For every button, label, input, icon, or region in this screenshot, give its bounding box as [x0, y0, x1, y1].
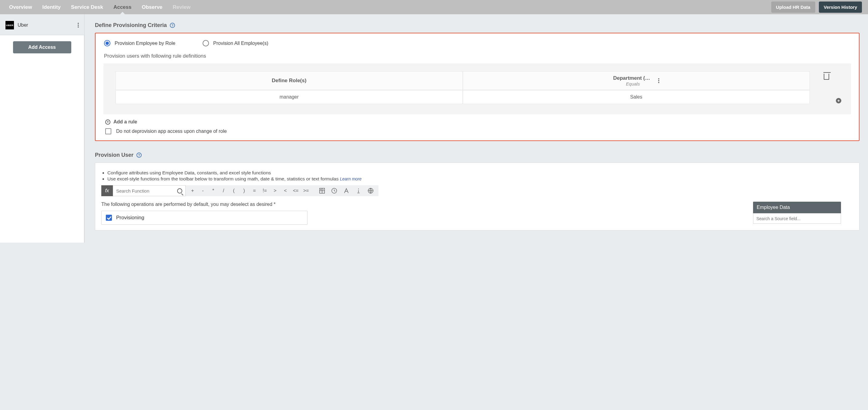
info-icon[interactable]	[352, 185, 365, 196]
op-times[interactable]: *	[208, 185, 218, 196]
no-deprovision-label: Do not deprovision app access upon chang…	[116, 129, 227, 134]
provision-user-heading: Provision User ?	[95, 152, 860, 158]
op-lparen[interactable]: (	[229, 185, 239, 196]
employee-data-search-input[interactable]	[756, 216, 838, 221]
function-toolbar: fx + - * / ( ) = != >	[101, 185, 853, 196]
tab-review[interactable]: Review	[170, 1, 194, 14]
add-column-icon[interactable]: +	[836, 98, 841, 103]
tab-access[interactable]: Access	[111, 1, 135, 14]
rule-table: Define Role(s) manager Department (de… E…	[116, 71, 810, 104]
rule-intro-text: Provision users with following rule defi…	[104, 53, 853, 59]
criteria-help-icon[interactable]: ?	[170, 23, 175, 28]
no-deprovision-row: Do not deprovision app access upon chang…	[105, 128, 851, 134]
tab-identity[interactable]: Identity	[39, 1, 64, 14]
fx-badge: fx	[101, 185, 113, 196]
employee-data-panel: Employee Data	[753, 202, 841, 224]
op-gt[interactable]: >	[270, 185, 280, 196]
bullet-2: Use excel-style functions from the toolb…	[107, 176, 853, 182]
bullet-2-text: Use excel-style functions from the toolb…	[107, 176, 338, 181]
department-value-cell[interactable]: Sales	[463, 90, 810, 104]
top-nav-bar: Overview Identity Service Desk Access Ob…	[0, 0, 868, 14]
radio-all-employees-label: Provision All Employee(s)	[213, 41, 268, 46]
op-neq[interactable]: !=	[259, 185, 270, 196]
radio-by-role[interactable]: Provision Employee by Role	[104, 40, 175, 46]
op-gte[interactable]: >=	[301, 185, 311, 196]
search-icon[interactable]	[177, 188, 182, 193]
org-logo: UBER	[5, 21, 14, 29]
criteria-heading: Define Provisioning Criteria ?	[95, 22, 860, 29]
department-column-menu-icon[interactable]	[658, 78, 659, 83]
svg-point-11	[358, 189, 359, 189]
calc-icon[interactable]	[316, 185, 328, 196]
criteria-panel: Provision Employee by Role Provision All…	[95, 33, 860, 141]
no-deprovision-checkbox[interactable]	[105, 128, 111, 134]
tab-observe[interactable]: Observe	[139, 1, 165, 14]
tab-service-desk[interactable]: Service Desk	[68, 1, 106, 14]
rule-col-roles: Define Role(s) manager	[116, 71, 463, 104]
org-more-icon[interactable]	[78, 23, 79, 28]
employee-data-search[interactable]	[753, 213, 841, 224]
upload-hr-data-button[interactable]: Upload HR Data	[771, 2, 815, 13]
provisioning-row: Provisioning	[106, 215, 303, 221]
radio-all-employees[interactable]: Provision All Employee(s)	[203, 40, 268, 46]
tab-list: Overview Identity Service Desk Access Ob…	[6, 1, 193, 14]
main-content: Define Provisioning Criteria ? Provision…	[84, 14, 868, 243]
add-rule-plus-icon: +	[105, 120, 111, 125]
add-rule-button[interactable]: + Add a rule	[105, 119, 851, 125]
provision-user-heading-text: Provision User	[95, 152, 133, 158]
provision-user-panel: Configure attributes using Employee Data…	[95, 162, 860, 230]
tab-overview[interactable]: Overview	[6, 1, 35, 14]
radio-by-role-label: Provision Employee by Role	[115, 41, 175, 46]
function-search-input[interactable]	[116, 188, 177, 193]
op-lte[interactable]: <=	[290, 185, 301, 196]
add-access-button[interactable]: Add Access	[13, 41, 71, 53]
text-icon[interactable]	[340, 185, 352, 196]
op-divide[interactable]: /	[218, 185, 229, 196]
op-eq[interactable]: =	[249, 185, 259, 196]
sidebar-body: Add Access	[0, 35, 84, 243]
provision-mode-radios: Provision Employee by Role Provision All…	[104, 40, 853, 46]
provisioning-label: Provisioning	[116, 215, 144, 221]
top-buttons: Upload HR Data Version History	[771, 2, 862, 13]
radio-all-employees-icon	[203, 40, 209, 46]
define-roles-header-text: Define Role(s)	[272, 77, 306, 84]
rule-box: Define Role(s) manager Department (de… E…	[103, 63, 851, 114]
org-block: UBER Uber	[0, 21, 84, 35]
criteria-heading-text: Define Provisioning Criteria	[95, 22, 167, 29]
globe-icon[interactable]	[365, 185, 377, 196]
provision-user-help-icon[interactable]: ?	[136, 153, 142, 158]
department-header: Department (de… Equals	[463, 71, 810, 90]
sidebar: UBER Uber Add Access	[0, 14, 84, 243]
clock-icon[interactable]	[328, 185, 340, 196]
department-header-subtitle: Equals	[626, 81, 640, 87]
op-plus[interactable]: +	[187, 185, 198, 196]
svg-line-8	[334, 191, 335, 191]
operator-bar: + - * / ( ) = != > < <= >=	[186, 185, 378, 196]
op-lt[interactable]: <	[280, 185, 290, 196]
radio-by-role-icon	[104, 40, 111, 46]
role-value-cell[interactable]: manager	[116, 90, 463, 104]
learn-more-link[interactable]: Learn more	[340, 177, 362, 181]
version-history-button[interactable]: Version History	[819, 2, 862, 13]
employee-data-header: Employee Data	[753, 202, 841, 213]
op-minus[interactable]: -	[198, 185, 208, 196]
rule-side-controls: +	[810, 71, 843, 104]
bullet-1: Configure attributes using Employee Data…	[107, 170, 853, 176]
op-rparen[interactable]: )	[239, 185, 249, 196]
org-name: Uber	[18, 23, 74, 28]
rule-col-department: Department (de… Equals Sales	[463, 71, 810, 104]
delete-rule-icon[interactable]	[824, 74, 829, 80]
provisioning-panel: Provisioning	[101, 211, 308, 225]
add-rule-label: Add a rule	[114, 119, 137, 125]
function-search[interactable]	[113, 185, 186, 196]
define-roles-header: Define Role(s)	[116, 71, 463, 90]
department-header-title: Department (de…	[613, 75, 653, 81]
provision-user-bullets: Configure attributes using Employee Data…	[107, 170, 853, 182]
operations-description: The following operations are performed b…	[101, 202, 853, 207]
provisioning-checkbox[interactable]	[106, 215, 112, 221]
